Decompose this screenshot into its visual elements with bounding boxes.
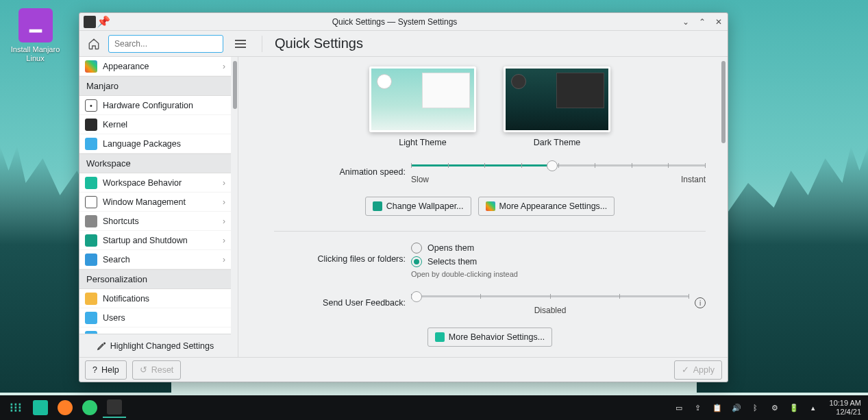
animation-speed-slider[interactable]	[411, 160, 706, 171]
sidebar-item-icon	[85, 254, 97, 266]
help-button[interactable]: ?Help	[85, 360, 127, 380]
change-wallpaper-button[interactable]: Change Wallpaper...	[365, 197, 471, 216]
home-button[interactable]	[85, 35, 103, 53]
chevron-right-icon: ›	[223, 178, 225, 188]
window-icon	[84, 16, 96, 28]
sidebar-item-icon	[85, 60, 97, 73]
content-area: Light Theme Dark Theme Animation speed:	[238, 57, 728, 357]
sidebar-item-icon	[85, 177, 97, 189]
theme-light[interactable]: Light Theme	[369, 66, 476, 147]
chevron-right-icon: ›	[223, 217, 225, 226]
tray-desktop-icon[interactable]: ▭	[673, 402, 684, 413]
tray-network-icon[interactable]: ⚙	[769, 402, 780, 413]
feedback-slider[interactable]	[411, 291, 689, 301]
settings-window: 📌 Quick Settings — System Settings ⌄ ⌃ ✕…	[79, 12, 728, 382]
more-appearance-button[interactable]: More Appearance Settings...	[478, 197, 615, 216]
sidebar-item-kernel[interactable]: Kernel	[79, 115, 231, 134]
desktop-icon-install[interactable]: Install Manjaro Linux	[10, 8, 61, 63]
taskbar-settings[interactable]	[103, 397, 126, 418]
sidebar-item-icon	[85, 119, 97, 131]
start-menu-button[interactable]: ⁝⁝⁝	[4, 397, 27, 418]
tray-volume-icon[interactable]: 🔊	[731, 402, 742, 413]
taskbar-firefox[interactable]	[53, 397, 77, 418]
feedback-label: Send User Feedback:	[274, 298, 411, 308]
chevron-right-icon: ›	[223, 255, 225, 264]
sidebar-item-startup-and-shutdown[interactable]: Startup and Shutdown›	[79, 231, 231, 250]
sidebar-item-icon	[85, 99, 97, 112]
taskbar-downloads[interactable]	[78, 397, 101, 418]
reset-button[interactable]: ↺Reset	[132, 360, 182, 380]
clock[interactable]: 10:19 AM 12/4/21	[830, 399, 861, 416]
tray-expand-icon[interactable]: ▴	[808, 402, 819, 413]
search-input[interactable]	[108, 35, 223, 53]
sidebar-item-workspace-behavior[interactable]: Workspace Behavior›	[79, 173, 231, 193]
sidebar-scrollbar[interactable]	[232, 61, 238, 330]
toolbar: Quick Settings	[79, 31, 728, 57]
behavior-icon	[435, 332, 445, 342]
appearance-icon	[486, 201, 495, 211]
maximize-button[interactable]: ⌃	[697, 17, 707, 27]
sidebar-item-window-management[interactable]: Window Management›	[79, 193, 231, 212]
chevron-right-icon: ›	[223, 197, 225, 207]
more-behavior-button[interactable]: More Behavior Settings...	[427, 328, 552, 347]
apply-button[interactable]: ✓Apply	[674, 360, 722, 380]
sidebar-category: Manjaro	[79, 76, 231, 96]
taskbar-files[interactable]	[29, 397, 52, 418]
sidebar-item-icon	[85, 312, 97, 324]
menu-button[interactable]	[232, 35, 249, 53]
sidebar-item-shortcuts[interactable]: Shortcuts›	[79, 212, 231, 231]
sidebar-item-icon	[85, 138, 97, 150]
content-scrollbar[interactable]	[721, 61, 726, 353]
wallpaper-icon	[373, 201, 382, 211]
check-icon: ✓	[682, 365, 689, 375]
sidebar-category: Workspace	[79, 153, 231, 173]
radio-selects[interactable]: Selects them	[411, 256, 706, 267]
tray-battery-icon[interactable]: 🔋	[789, 402, 799, 413]
sidebar-item-notifications[interactable]: Notifications	[79, 289, 231, 308]
sidebar-item-icon	[85, 293, 97, 305]
help-icon: ?	[92, 365, 97, 375]
chevron-right-icon: ›	[223, 236, 225, 245]
download-icon	[18, 8, 53, 42]
highlight-changed-button[interactable]: Highlight Changed Settings	[79, 334, 231, 357]
tray-usb-icon[interactable]: ⇪	[693, 402, 704, 413]
theme-dark[interactable]: Dark Theme	[504, 66, 610, 147]
titlebar[interactable]: 📌 Quick Settings — System Settings ⌄ ⌃ ✕	[79, 13, 728, 31]
pin-icon[interactable]: 📌	[99, 17, 108, 27]
sidebar-item-search[interactable]: Search›	[79, 250, 231, 269]
light-theme-preview	[369, 66, 476, 132]
taskbar: ⁝⁝⁝ ▭ ⇪ 📋 🔊 ᛒ ⚙ 🔋 ▴ 10:19 AM 12/4/21	[0, 395, 868, 420]
sidebar-category: Personalization	[79, 269, 231, 289]
info-icon[interactable]: i	[695, 297, 706, 308]
sidebar-item-users[interactable]: Users	[79, 308, 231, 328]
window-title: Quick Settings — System Settings	[108, 17, 681, 27]
page-title: Quick Settings	[275, 36, 363, 51]
tray-clipboard-icon[interactable]: 📋	[712, 402, 723, 413]
radio-opens[interactable]: Opens them	[411, 243, 706, 254]
click-behavior-label: Clicking files or folders:	[274, 254, 411, 264]
sidebar: Appearance›ManjaroHardware Configuration…	[79, 57, 238, 357]
chevron-right-icon: ›	[223, 62, 225, 71]
sidebar-item-appearance[interactable]: Appearance›	[79, 57, 231, 76]
sidebar-item-hardware-configuration[interactable]: Hardware Configuration	[79, 96, 231, 115]
reset-icon: ↺	[140, 365, 147, 375]
sidebar-item-icon	[85, 234, 97, 247]
sidebar-item-language-packages[interactable]: Language Packages	[79, 134, 231, 153]
dark-theme-preview	[504, 66, 610, 132]
anim-speed-label: Animation speed:	[274, 167, 411, 177]
tray-bluetooth-icon[interactable]: ᛒ	[750, 402, 761, 413]
close-button[interactable]: ✕	[714, 17, 723, 27]
sidebar-item-icon	[85, 196, 97, 208]
footer: ?Help ↺Reset ✓Apply	[79, 357, 728, 382]
sidebar-item-icon	[85, 215, 97, 227]
minimize-button[interactable]: ⌄	[681, 17, 691, 27]
